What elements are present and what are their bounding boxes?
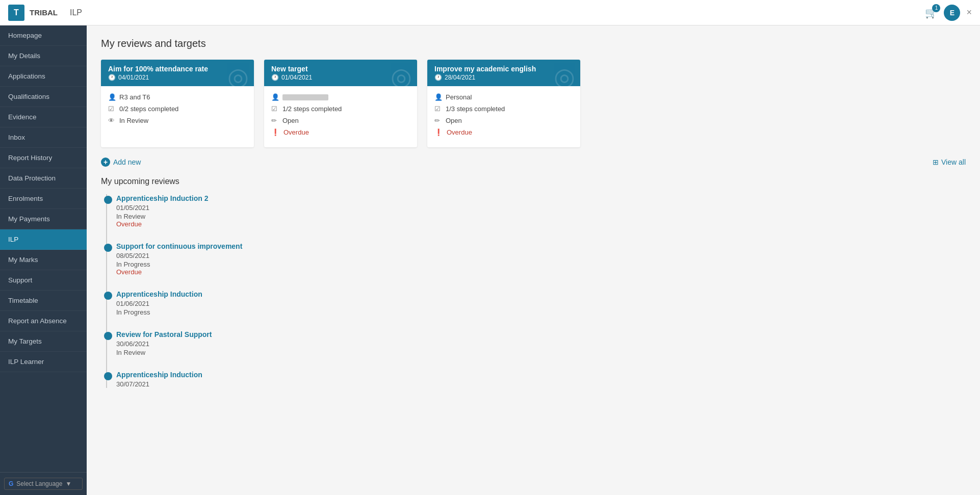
timeline-dot — [104, 372, 112, 380]
card-title: New target — [271, 65, 410, 73]
sidebar: HomepageMy DetailsApplicationsQualificat… — [0, 25, 87, 495]
page-title: My reviews and targets — [101, 38, 966, 49]
card-card-2[interactable]: New target 🕐 01/04/2021 ◎ 👤 ☑ 1/2 steps … — [264, 60, 417, 147]
layout: HomepageMy DetailsApplicationsQualificat… — [0, 25, 980, 495]
timeline-title[interactable]: Apprenticeship Induction — [116, 290, 966, 298]
card-person: 👤 Personal — [434, 93, 573, 101]
card-steps-value: 1/2 steps completed — [282, 105, 342, 113]
upcoming-reviews-title: My upcoming reviews — [101, 177, 966, 186]
close-icon[interactable]: × — [966, 7, 972, 18]
main-content: My reviews and targets Aim for 100% atte… — [87, 25, 980, 495]
timeline-status: In Progress — [116, 308, 966, 316]
plus-circle-icon: + — [101, 158, 110, 167]
sidebar-footer: G Select Language ▼ — [0, 472, 87, 495]
card-steps-value: 0/2 steps completed — [119, 105, 178, 113]
timeline-status: In Progress — [116, 260, 966, 268]
card-date: 🕐 01/04/2021 — [271, 74, 410, 81]
timeline-title[interactable]: Apprenticeship Induction — [116, 371, 966, 379]
person-icon: 👤 — [434, 93, 442, 101]
pencil-icon: 👁 — [108, 117, 115, 124]
card-date-value: 01/04/2021 — [281, 74, 312, 81]
sidebar-item-my-targets[interactable]: My Targets — [0, 331, 87, 352]
sidebar-item-report-history[interactable]: Report History — [0, 148, 87, 168]
card-title: Improve my academic english — [434, 65, 573, 73]
timeline-title[interactable]: Apprenticeship Induction 2 — [116, 194, 966, 202]
timeline-item-review-2: Support for continuous improvement 08/05… — [116, 242, 966, 276]
card-status-value: In Review — [119, 117, 148, 124]
sidebar-item-qualifications[interactable]: Qualifications — [0, 87, 87, 107]
card-card-3[interactable]: Improve my academic english 🕐 28/04/2021… — [427, 60, 580, 147]
checkbox-icon: ☑ — [434, 105, 442, 113]
card-bg-decoration: ◎ — [227, 62, 249, 86]
add-new-label: Add new — [113, 158, 141, 166]
timeline-date: 30/07/2021 — [116, 380, 966, 388]
card-steps-value: 1/3 steps completed — [446, 105, 505, 113]
card-status: ✏ Open — [434, 117, 573, 124]
sidebar-item-ilp-learner[interactable]: ILP Learner — [0, 352, 87, 372]
timeline: Apprenticeship Induction 2 01/05/2021 In… — [101, 194, 966, 388]
timeline-item-review-3: Apprenticeship Induction 01/06/2021 In P… — [116, 290, 966, 316]
sidebar-item-enrolments[interactable]: Enrolments — [0, 189, 87, 209]
pencil-icon: ✏ — [271, 117, 278, 124]
card-person: 👤 R3 and T6 — [108, 93, 247, 101]
checkbox-icon: ☑ — [271, 105, 278, 113]
timeline-title[interactable]: Review for Pastoral Support — [116, 330, 966, 338]
pencil-icon: ✏ — [434, 117, 442, 124]
dropdown-arrow-icon: ▼ — [65, 480, 71, 487]
topbar-right: 🛒 1 E × — [925, 5, 972, 21]
timeline-status: In Review — [116, 349, 966, 356]
card-card-1[interactable]: Aim for 100% attendance rate 🕐 04/01/202… — [101, 60, 254, 147]
cart-button[interactable]: 🛒 1 — [925, 7, 938, 19]
sidebar-item-ilp[interactable]: ILP — [0, 229, 87, 250]
blurred-name — [282, 94, 328, 100]
user-avatar[interactable]: E — [944, 5, 960, 21]
checkbox-icon: ☑ — [108, 105, 115, 113]
sidebar-item-data-protection[interactable]: Data Protection — [0, 168, 87, 189]
exclamation-icon: ❗ — [271, 128, 279, 136]
timeline-date: 01/05/2021 — [116, 204, 966, 212]
clock-icon: 🕐 — [271, 74, 279, 81]
timeline-date: 08/05/2021 — [116, 252, 966, 259]
card-person-value: Personal — [446, 93, 472, 101]
timeline-title[interactable]: Support for continuous improvement — [116, 242, 966, 250]
sidebar-item-homepage[interactable]: Homepage — [0, 25, 87, 46]
sidebar-item-my-marks[interactable]: My Marks — [0, 250, 87, 270]
card-bg-decoration: ◎ — [554, 62, 575, 86]
grid-icon: ⊞ — [933, 158, 939, 166]
timeline-overdue: Overdue — [116, 220, 966, 228]
timeline-dot — [104, 196, 112, 204]
card-date: 🕐 28/04/2021 — [434, 74, 573, 81]
timeline-date: 30/06/2021 — [116, 340, 966, 348]
timeline-dot — [104, 292, 112, 300]
card-status: 👁 In Review — [108, 117, 247, 124]
sidebar-item-my-payments[interactable]: My Payments — [0, 209, 87, 229]
logo-box: T — [8, 5, 24, 21]
timeline-status: In Review — [116, 213, 966, 220]
add-new-button[interactable]: + Add new — [101, 158, 141, 167]
card-steps: ☑ 1/3 steps completed — [434, 105, 573, 113]
sidebar-item-my-details[interactable]: My Details — [0, 46, 87, 66]
sidebar-item-support[interactable]: Support — [0, 270, 87, 291]
timeline-item-review-1: Apprenticeship Induction 2 01/05/2021 In… — [116, 194, 966, 228]
select-language-button[interactable]: G Select Language ▼ — [4, 478, 83, 490]
timeline-dot — [104, 244, 112, 252]
overdue-label: Overdue — [283, 128, 309, 136]
person-icon: 👤 — [271, 93, 278, 101]
sidebar-nav: HomepageMy DetailsApplicationsQualificat… — [0, 25, 87, 472]
card-bg-decoration: ◎ — [391, 62, 412, 86]
timeline-item-review-4: Review for Pastoral Support 30/06/2021 I… — [116, 330, 966, 356]
card-person: 👤 — [271, 93, 410, 101]
card-body: 👤 ☑ 1/2 steps completed ✏ Open ❗ Overdue — [264, 86, 417, 147]
clock-icon: 🕐 — [108, 74, 116, 81]
sidebar-item-evidence[interactable]: Evidence — [0, 107, 87, 127]
sidebar-item-applications[interactable]: Applications — [0, 66, 87, 87]
view-all-button[interactable]: ⊞ View all — [933, 158, 966, 166]
brand-name: TRIBAL — [30, 8, 58, 17]
view-all-label: View all — [941, 158, 966, 166]
timeline-date: 01/06/2021 — [116, 300, 966, 307]
card-steps: ☑ 0/2 steps completed — [108, 105, 247, 113]
sidebar-item-timetable[interactable]: Timetable — [0, 291, 87, 311]
sidebar-item-report-absence[interactable]: Report an Absence — [0, 311, 87, 331]
sidebar-item-inbox[interactable]: Inbox — [0, 127, 87, 148]
card-overdue: ❗ Overdue — [434, 128, 573, 136]
